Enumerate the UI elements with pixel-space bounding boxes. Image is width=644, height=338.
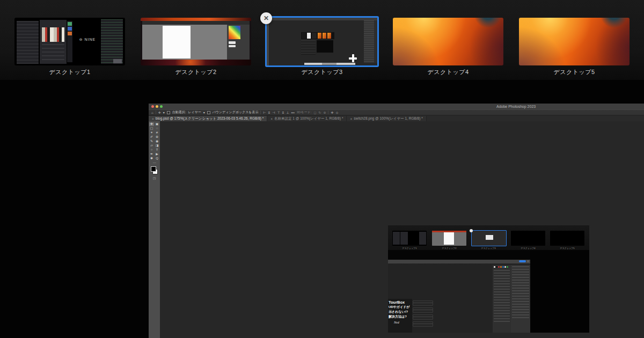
lasso-tool[interactable]: ◌ [155, 127, 159, 130]
desktop-4-thumbnail[interactable] [393, 18, 503, 65]
healing-brush-tool[interactable]: ⊕ [155, 135, 159, 139]
desktop-2-thumbnail[interactable] [141, 18, 251, 65]
blur-tool[interactable]: ○ [149, 148, 154, 152]
marquee-tool[interactable]: ▢ [149, 127, 154, 130]
tab-blog-psd[interactable]: × blog.psd @ 175%(スクリーンショット 2023-06-03 5… [149, 116, 267, 121]
tab-close-icon[interactable]: × [152, 117, 154, 121]
bounding-box-label: バウンディングボックスを表示 [213, 110, 259, 115]
chevron-down-icon[interactable]: ▾ [203, 111, 205, 114]
tools-panel: ✛ ▣ ▢ ◌ ✦ # ✐ ⊕ ✎ ◉ ▱ ◨ ○ T ✒ ▶ ✱ Q ⋯ [149, 121, 160, 338]
tab-label: 名称未設定 1 @ 100%(レイヤー 1, RGB/8) * [274, 116, 343, 121]
hand-tool[interactable]: ✱ [149, 157, 154, 160]
desktop-3-thumbnail[interactable] [265, 16, 379, 67]
align-middle-icon[interactable]: ≡ [282, 111, 284, 114]
eyedropper-tool[interactable]: ✐ [149, 135, 154, 139]
crop-tool[interactable]: # [155, 131, 159, 135]
chevron-down-icon[interactable]: ▾ [163, 111, 165, 114]
canvas-image: デスクトップ1 デスクトップ2 デスクトップ3 デスクトップ4 デスクトップ5 [388, 225, 589, 333]
zoom-tool[interactable]: Q [155, 157, 159, 160]
tab-untitled-1[interactable]: × 名称未設定 1 @ 100%(レイヤー 1, RGB/8) * [267, 116, 347, 121]
3d-mode-label: 3Dモード: [297, 110, 312, 115]
move-tool[interactable]: ✛ [149, 122, 154, 126]
quick-mask-icon[interactable]: ◳ [149, 176, 160, 180]
more-options-icon[interactable]: ••• [291, 111, 294, 114]
3d-pan-icon[interactable]: ⊕ [323, 111, 326, 114]
auto-select-label: 自動選択: [172, 110, 186, 115]
document-tab-bar: × blog.psd @ 175%(スクリーンショット 2023-06-03 5… [149, 116, 644, 121]
tab-switch28-png[interactable]: × switch28.png @ 100%(レイヤー 1, RGB/8) * [347, 116, 426, 121]
desktop-2-label: デスクトップ2 [141, 68, 251, 76]
desktop-1-thumbnail[interactable]: ⊖ NINE [14, 18, 125, 65]
desktop-3-label: デスクトップ3 [267, 68, 377, 76]
align-bottom-icon[interactable]: ⊥ [286, 111, 289, 114]
tab-label: blog.psd @ 175%(スクリーンショット 2023-06-03 5.4… [156, 116, 264, 121]
screen: ⊖ NINE デスクトップ1 デスクトップ2 [0, 0, 644, 338]
tourbox-thumbnail: TourBox UDやガイドが 示されない!? 解決方法は? Ned [388, 299, 412, 333]
auto-select-checkbox[interactable] [167, 111, 170, 114]
desktop-1-window [101, 19, 123, 64]
transform-icon[interactable]: ⊹ [335, 111, 338, 114]
path-selection-tool[interactable]: ▶ [155, 152, 159, 156]
align-top-icon[interactable]: ⊤ [277, 111, 280, 114]
desktop-5-thumbnail[interactable] [519, 18, 630, 65]
gradient-tool[interactable]: ◨ [155, 144, 159, 148]
minimize-window-button[interactable] [156, 105, 158, 108]
brush-tool[interactable]: ✎ [149, 139, 154, 143]
tab-close-icon[interactable]: × [350, 117, 352, 121]
auto-select-value[interactable]: レイヤー [188, 110, 201, 115]
inner-close-icon [470, 229, 473, 232]
zoom-window-button[interactable] [160, 105, 163, 108]
window-titlebar[interactable]: Adobe Photoshop 2023 [149, 104, 644, 110]
pen-tool[interactable]: ✒ [149, 152, 154, 156]
type-tool[interactable]: T [155, 148, 159, 152]
align-center-icon[interactable]: ≡ [268, 111, 270, 114]
nine-logo: ⊖ NINE [73, 38, 102, 42]
desktop-5-label: デスクトップ5 [519, 68, 630, 76]
desktop-2-photoshop-window [142, 21, 250, 60]
close-window-button[interactable] [151, 105, 154, 108]
align-right-icon[interactable]: ⊣ [272, 111, 275, 114]
share-button [519, 260, 526, 262]
desktop-1-label: デスクトップ1 [14, 68, 125, 76]
desktop-1-window [17, 21, 39, 64]
foreground-color-swatch[interactable] [151, 166, 156, 172]
desktop-4-label: デスクトップ4 [393, 68, 503, 76]
home-icon[interactable]: ⌂ [151, 111, 153, 114]
color-swatches[interactable] [150, 166, 158, 174]
tab-label: switch28.png @ 100%(レイヤー 1, RGB/8) * [354, 116, 422, 121]
edit-toolbar-icon[interactable]: ⋯ [149, 161, 160, 165]
swatches-panel [493, 265, 511, 333]
quick-selection-tool[interactable]: ✦ [149, 131, 154, 135]
bounding-box-checkbox[interactable] [207, 111, 210, 114]
close-desktop-button[interactable]: ✕ [260, 12, 272, 24]
move-cursor-icon [349, 54, 357, 62]
clone-stamp-tool[interactable]: ◉ [155, 139, 159, 143]
move-tool-icon[interactable]: ✛ [158, 111, 161, 114]
color-picker-panel [229, 26, 240, 39]
properties-panel [511, 265, 530, 333]
align-left-icon[interactable]: ⊢ [263, 111, 266, 114]
move-mode-icon[interactable]: ✛ [331, 111, 333, 114]
options-bar: ⌂ ✛ ▾ 自動選択: レイヤー ▾ バウンディングボックスを表示 ⊢ ≡ ⊣ … [149, 110, 644, 115]
eraser-tool[interactable]: ▱ [149, 144, 154, 148]
close-icon: ✕ [264, 14, 269, 22]
mission-control-strip: ⊖ NINE デスクトップ1 デスクトップ2 [0, 0, 644, 80]
artboard-tool[interactable]: ▣ [155, 122, 159, 126]
3d-rotate-icon[interactable]: ↻ [318, 111, 321, 114]
3d-mode-icon[interactable]: ◻ [313, 111, 316, 114]
tab-close-icon[interactable]: × [270, 117, 273, 121]
window-title: Adobe Photoshop 2023 [496, 105, 536, 108]
desktop-1-window [40, 20, 66, 64]
